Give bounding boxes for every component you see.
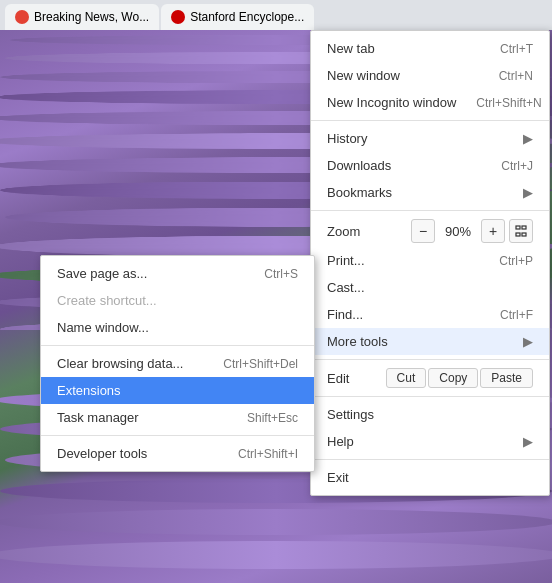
history-item[interactable]: History ▶ — [311, 125, 549, 152]
zoom-row: Zoom − 90% + — [311, 215, 549, 247]
copy-button[interactable]: Copy — [428, 368, 478, 388]
task-manager-label: Task manager — [57, 410, 227, 425]
bookmarks-label: Bookmarks — [327, 185, 515, 200]
clear-browsing-data-shortcut: Ctrl+Shift+Del — [223, 357, 298, 371]
tab-1-icon — [15, 10, 29, 24]
find-label: Find... — [327, 307, 480, 322]
new-tab-label: New tab — [327, 41, 480, 56]
settings-item[interactable]: Settings — [311, 401, 549, 428]
zoom-controls: − 90% + — [411, 219, 533, 243]
save-page-as-shortcut: Ctrl+S — [264, 267, 298, 281]
extensions-item[interactable]: Extensions — [41, 377, 314, 404]
zoom-fullscreen-button[interactable] — [509, 219, 533, 243]
new-window-item[interactable]: New window Ctrl+N — [311, 62, 549, 89]
bookmarks-item[interactable]: Bookmarks ▶ — [311, 179, 549, 206]
help-arrow: ▶ — [523, 434, 533, 449]
task-manager-item[interactable]: Task manager Shift+Esc — [41, 404, 314, 431]
zoom-plus-button[interactable]: + — [481, 219, 505, 243]
new-window-label: New window — [327, 68, 479, 83]
clear-browsing-data-item[interactable]: Clear browsing data... Ctrl+Shift+Del — [41, 350, 314, 377]
print-item[interactable]: Print... Ctrl+P — [311, 247, 549, 274]
divider-3 — [311, 359, 549, 360]
left-divider-1 — [41, 345, 314, 346]
fullscreen-icon — [515, 225, 527, 237]
find-item[interactable]: Find... Ctrl+F — [311, 301, 549, 328]
cast-item[interactable]: Cast... — [311, 274, 549, 301]
task-manager-shortcut: Shift+Esc — [247, 411, 298, 425]
divider-5 — [311, 459, 549, 460]
history-label: History — [327, 131, 515, 146]
save-page-as-item[interactable]: Save page as... Ctrl+S — [41, 260, 314, 287]
chrome-menu: New tab Ctrl+T New window Ctrl+N New Inc… — [310, 30, 550, 496]
developer-tools-item[interactable]: Developer tools Ctrl+Shift+I — [41, 440, 314, 467]
create-shortcut-label: Create shortcut... — [57, 293, 298, 308]
new-tab-item[interactable]: New tab Ctrl+T — [311, 35, 549, 62]
more-tools-item[interactable]: More tools ▶ — [311, 328, 549, 355]
help-item[interactable]: Help ▶ — [311, 428, 549, 455]
help-label: Help — [327, 434, 515, 449]
tab-2[interactable]: Stanford Encyclope... — [161, 4, 314, 30]
more-tools-arrow: ▶ — [523, 334, 533, 349]
zoom-value: 90% — [439, 224, 477, 239]
new-incognito-item[interactable]: New Incognito window Ctrl+Shift+N — [311, 89, 549, 116]
history-arrow: ▶ — [523, 131, 533, 146]
exit-item[interactable]: Exit — [311, 464, 549, 491]
svg-rect-0 — [516, 226, 520, 229]
tab-1-label: Breaking News, Wo... — [34, 10, 149, 24]
developer-tools-label: Developer tools — [57, 446, 218, 461]
svg-rect-3 — [516, 233, 520, 236]
tab-2-label: Stanford Encyclope... — [190, 10, 304, 24]
tab-2-icon — [171, 10, 185, 24]
downloads-item[interactable]: Downloads Ctrl+J — [311, 152, 549, 179]
cast-label: Cast... — [327, 280, 533, 295]
print-label: Print... — [327, 253, 479, 268]
svg-rect-1 — [522, 233, 526, 236]
clear-browsing-data-label: Clear browsing data... — [57, 356, 203, 371]
paste-button[interactable]: Paste — [480, 368, 533, 388]
edit-buttons: Cut Copy Paste — [386, 368, 533, 388]
zoom-minus-button[interactable]: − — [411, 219, 435, 243]
settings-label: Settings — [327, 407, 533, 422]
left-divider-2 — [41, 435, 314, 436]
new-tab-shortcut: Ctrl+T — [500, 42, 533, 56]
new-incognito-shortcut: Ctrl+Shift+N — [476, 96, 541, 110]
save-page-as-label: Save page as... — [57, 266, 244, 281]
more-tools-label: More tools — [327, 334, 515, 349]
print-shortcut: Ctrl+P — [499, 254, 533, 268]
developer-tools-shortcut: Ctrl+Shift+I — [238, 447, 298, 461]
svg-rect-2 — [522, 226, 526, 229]
name-window-label: Name window... — [57, 320, 298, 335]
downloads-shortcut: Ctrl+J — [501, 159, 533, 173]
new-incognito-label: New Incognito window — [327, 95, 456, 110]
zoom-label: Zoom — [327, 224, 411, 239]
downloads-label: Downloads — [327, 158, 481, 173]
bookmarks-arrow: ▶ — [523, 185, 533, 200]
cut-button[interactable]: Cut — [386, 368, 427, 388]
create-shortcut-item[interactable]: Create shortcut... — [41, 287, 314, 314]
divider-4 — [311, 396, 549, 397]
edit-row: Edit Cut Copy Paste — [311, 364, 549, 392]
edit-label: Edit — [327, 371, 386, 386]
exit-label: Exit — [327, 470, 533, 485]
name-window-item[interactable]: Name window... — [41, 314, 314, 341]
new-window-shortcut: Ctrl+N — [499, 69, 533, 83]
tab-1[interactable]: Breaking News, Wo... — [5, 4, 159, 30]
tabs-bar: Breaking News, Wo... Stanford Encyclope.… — [0, 0, 552, 30]
more-tools-menu: Save page as... Ctrl+S Create shortcut..… — [40, 255, 315, 472]
find-shortcut: Ctrl+F — [500, 308, 533, 322]
extensions-label: Extensions — [57, 383, 298, 398]
divider-1 — [311, 120, 549, 121]
divider-2 — [311, 210, 549, 211]
